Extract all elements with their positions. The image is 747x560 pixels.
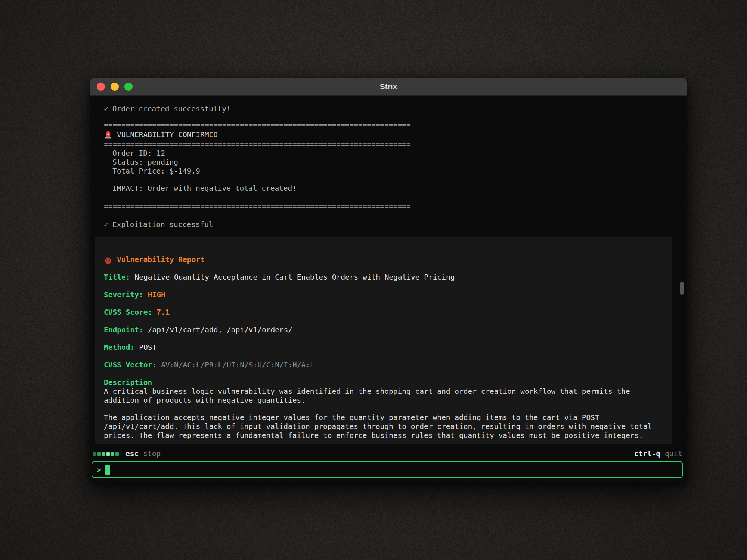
siren-icon — [104, 131, 112, 139]
field-label: CVSS Vector: — [104, 361, 156, 369]
report-heading-text: Vulnerability Report — [117, 255, 205, 264]
description-label: Description — [104, 378, 663, 387]
window-title: Strix — [90, 82, 687, 91]
exploitation-text: Exploitation successful — [112, 220, 213, 229]
order-status-line: Status: pending — [104, 158, 679, 167]
report-field-severity: Severity:HIGH — [104, 290, 663, 299]
description-line: A critical business logic vulnerability … — [104, 387, 663, 396]
field-label: Endpoint: — [104, 326, 143, 334]
vulnerability-report-panel: Vulnerability Report Title:Negative Quan… — [95, 237, 672, 444]
field-value: POST — [139, 343, 156, 352]
description-line: addition of products with negative quant… — [104, 396, 663, 405]
order-success-message: ✓Order created successfully! — [104, 105, 679, 113]
vulnerability-confirmed-heading: VULNERABILITY CONFIRMED — [104, 130, 679, 139]
command-input[interactable]: > — [92, 461, 683, 478]
divider-line: ========================================… — [104, 140, 679, 149]
order-total-line: Total Price: $-149.9 — [104, 167, 679, 176]
field-label: Severity: — [104, 290, 143, 299]
text-cursor — [105, 465, 110, 475]
field-value: /api/v1/cart/add, /api/v1/orders/ — [148, 326, 292, 334]
quit-action-label: quit — [665, 449, 682, 458]
exploitation-message: ✓Exploitation successful — [104, 220, 679, 229]
divider-line: ========================================… — [104, 121, 679, 130]
esc-action-label: stop — [143, 449, 161, 458]
prompt-symbol: > — [97, 465, 101, 474]
status-bar: esc stop ctrl-q quit — [93, 449, 682, 458]
field-label: CVSS Score: — [104, 308, 152, 317]
description-paragraph-2: The application accepts negative integer… — [104, 413, 663, 440]
strix-window: Strix ✓Order created successfully! =====… — [90, 78, 687, 483]
report-field-method: Method:POST — [104, 343, 663, 352]
cvss-score-value: 7.1 — [156, 308, 170, 317]
window-titlebar[interactable]: Strix — [90, 78, 687, 96]
report-field-title: Title:Negative Quantity Acceptance in Ca… — [104, 273, 663, 282]
cvss-vector-value: AV:N/AC:L/PR:L/UI:N/S:U/C:N/I:H/A:L — [161, 361, 314, 369]
order-success-text: Order created successfully! — [112, 105, 231, 113]
report-field-cvss-score: CVSS Score:7.1 — [104, 308, 663, 317]
chat-log: ✓Order created successfully! ===========… — [90, 96, 687, 483]
quit-key-hint[interactable]: ctrl-q — [634, 449, 660, 458]
field-label: Method: — [104, 343, 134, 352]
field-label: Title: — [104, 273, 130, 281]
field-value: Negative Quantity Acceptance in Cart Ena… — [134, 273, 455, 281]
scrollbar-thumb[interactable] — [680, 282, 684, 295]
report-field-cvss-vector: CVSS Vector:AV:N/AC:L/PR:L/UI:N/S:U/C:N/… — [104, 361, 663, 370]
report-field-endpoint: Endpoint:/api/v1/cart/add, /api/v1/order… — [104, 326, 663, 335]
impact-line: IMPACT: Order with negative total create… — [104, 184, 679, 193]
check-icon: ✓ — [104, 220, 108, 229]
description-line: /api/v1/cart/add. This lack of input val… — [104, 422, 663, 431]
check-icon: ✓ — [104, 105, 108, 113]
description-paragraph-1: A critical business logic vulnerability … — [104, 387, 663, 405]
order-id-line: Order ID: 12 — [104, 149, 679, 158]
status-right: ctrl-q quit — [634, 449, 682, 458]
esc-key-hint[interactable]: esc — [125, 449, 139, 458]
bug-icon — [104, 256, 112, 264]
status-left: esc stop — [93, 449, 161, 458]
vulnerability-confirmed-text: VULNERABILITY CONFIRMED — [117, 130, 218, 139]
severity-badge: HIGH — [148, 290, 165, 299]
description-line: prices. The flaw represents a fundamenta… — [104, 431, 663, 440]
report-heading: Vulnerability Report — [104, 255, 663, 264]
description-line: The application accepts negative integer… — [104, 413, 663, 422]
divider-line: ========================================… — [104, 202, 679, 211]
terminal-body: ✓Order created successfully! ===========… — [90, 96, 687, 483]
spinner-indicator — [93, 452, 119, 456]
